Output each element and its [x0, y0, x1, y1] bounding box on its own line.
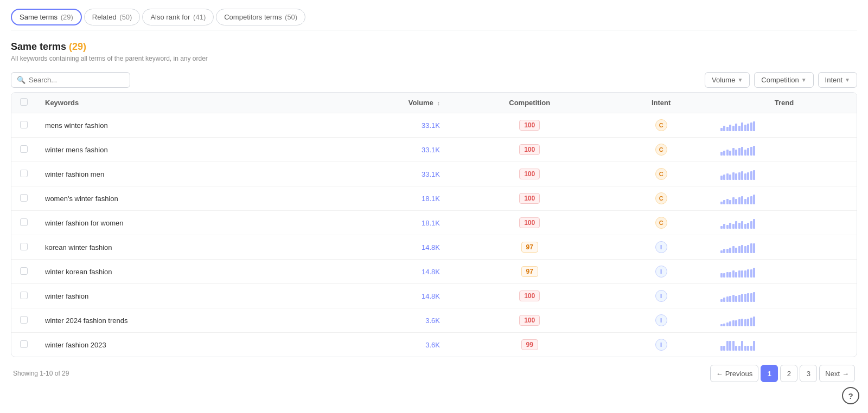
- section-header: Same terms (29) All keywords containing …: [11, 41, 857, 62]
- competition-filter[interactable]: Competition ▼: [754, 72, 813, 88]
- tab-related[interactable]: Related (50): [84, 9, 141, 25]
- row-checkbox[interactable]: [20, 267, 28, 275]
- row-checkbox[interactable]: [20, 194, 28, 202]
- tab-label: Same terms: [20, 13, 58, 21]
- trend-bars: [720, 119, 848, 131]
- keyword-cell[interactable]: winter 2024 fashion trends: [36, 308, 314, 333]
- keyword-cell[interactable]: winter fashion for women: [36, 211, 314, 235]
- keyword-cell[interactable]: women's winter fashion: [36, 186, 314, 211]
- table-body: mens winter fashion33.1K100Cwinter mens …: [11, 113, 857, 357]
- table-header-row: Keywords Volume ↕ Competition Intent Tre…: [11, 93, 857, 113]
- tab-competitors-terms[interactable]: Competitors terms (50): [216, 9, 305, 25]
- trend-bar: [720, 152, 723, 156]
- trend-cell: [712, 186, 857, 211]
- tabs-container: Same terms (29) Related (50) Also rank f…: [11, 4, 857, 30]
- row-checkbox[interactable]: [20, 218, 28, 226]
- volume-header[interactable]: Volume ↕: [314, 93, 449, 113]
- page-wrapper: Same terms (29) Related (50) Also rank f…: [0, 0, 868, 395]
- table-row: korean winter fashion14.8K97I: [11, 235, 857, 260]
- trend-bar: [720, 273, 723, 278]
- intent-filter[interactable]: Intent ▼: [818, 72, 857, 88]
- search-input[interactable]: [29, 76, 124, 84]
- page-1-button[interactable]: 1: [761, 365, 778, 382]
- volume-cell: 18.1K: [314, 211, 449, 235]
- row-checkbox[interactable]: [20, 316, 28, 324]
- volume-cell: 14.8K: [314, 260, 449, 284]
- keyword-cell[interactable]: winter mens fashion: [36, 138, 314, 162]
- trend-bar: [744, 173, 746, 180]
- next-button[interactable]: Next →: [819, 365, 855, 382]
- trend-bars: [720, 192, 848, 204]
- trend-bars: [720, 217, 848, 229]
- volume-filter[interactable]: Volume ▼: [705, 72, 750, 88]
- trend-bar: [729, 321, 731, 326]
- trend-bar: [738, 246, 741, 253]
- table-row: winter fashion for women18.1K100C: [11, 211, 857, 235]
- right-arrow-icon: →: [842, 370, 849, 378]
- trend-bar: [750, 318, 752, 326]
- filter-dropdowns: Volume ▼ Competition ▼ Intent ▼: [705, 72, 857, 88]
- trend-bar: [729, 272, 731, 278]
- trend-bar: [741, 341, 743, 351]
- row-checkbox[interactable]: [20, 170, 28, 177]
- trend-bar: [726, 341, 729, 351]
- trend-bar: [735, 150, 737, 156]
- intent-cell: C: [610, 138, 712, 162]
- trend-bar: [744, 224, 746, 229]
- intent-cell: C: [610, 186, 712, 211]
- keyword-cell[interactable]: winter fashion 2023: [36, 333, 314, 357]
- trend-bar: [723, 151, 725, 156]
- trend-bar: [735, 296, 737, 302]
- trend-bar: [729, 200, 731, 204]
- intent-cell: I: [610, 284, 712, 308]
- volume-cell: 3.6K: [314, 333, 449, 357]
- trend-cell: [712, 113, 857, 138]
- trend-bar: [735, 173, 737, 180]
- row-checkbox[interactable]: [20, 340, 28, 348]
- trend-bar: [720, 176, 723, 180]
- keyword-cell[interactable]: winter fashion: [36, 284, 314, 308]
- competition-cell: 100: [449, 138, 610, 162]
- trend-header: Trend: [712, 93, 857, 113]
- page-3-button[interactable]: 3: [800, 365, 817, 382]
- keywords-table-container: Keywords Volume ↕ Competition Intent Tre…: [11, 92, 857, 357]
- row-checkbox[interactable]: [20, 292, 28, 299]
- previous-button[interactable]: ← Previous: [710, 365, 759, 382]
- select-all-checkbox[interactable]: [20, 98, 28, 106]
- trend-bar: [747, 346, 749, 351]
- trend-bar: [729, 151, 731, 156]
- trend-bar: [723, 346, 725, 351]
- row-checkbox[interactable]: [20, 243, 28, 250]
- competition-badge: 99: [521, 339, 538, 350]
- table-row: winter 2024 fashion trends3.6K100I: [11, 308, 857, 333]
- trend-bar: [732, 320, 735, 326]
- trend-bar: [753, 268, 755, 278]
- trend-bars: [720, 168, 848, 180]
- trend-bar: [720, 226, 723, 229]
- page-2-button[interactable]: 2: [780, 365, 797, 382]
- keyword-cell[interactable]: winter fashion men: [36, 162, 314, 186]
- keyword-cell[interactable]: mens winter fashion: [36, 113, 314, 138]
- trend-bar: [726, 322, 729, 326]
- trend-bar: [741, 171, 743, 180]
- tab-same-terms[interactable]: Same terms (29): [11, 9, 82, 25]
- intent-cell: C: [610, 113, 712, 138]
- competition-badge: 100: [519, 315, 540, 326]
- intent-badge: I: [655, 339, 667, 351]
- competition-cell: 100: [449, 211, 610, 235]
- table-row: winter korean fashion14.8K97I: [11, 260, 857, 284]
- trend-bar: [744, 199, 746, 204]
- section-title: Same terms (29): [11, 41, 857, 53]
- row-checkbox[interactable]: [20, 121, 28, 128]
- row-checkbox[interactable]: [20, 145, 28, 153]
- keyword-cell[interactable]: korean winter fashion: [36, 235, 314, 260]
- trend-bar: [720, 299, 723, 302]
- trend-bar: [753, 121, 755, 131]
- trend-bar: [750, 122, 752, 131]
- trend-bar: [750, 171, 752, 180]
- trend-bar: [747, 172, 749, 180]
- keyword-cell[interactable]: winter korean fashion: [36, 260, 314, 284]
- trend-bar: [720, 250, 723, 253]
- tab-count: (29): [61, 13, 73, 21]
- tab-also-rank-for[interactable]: Also rank for (41): [142, 9, 214, 25]
